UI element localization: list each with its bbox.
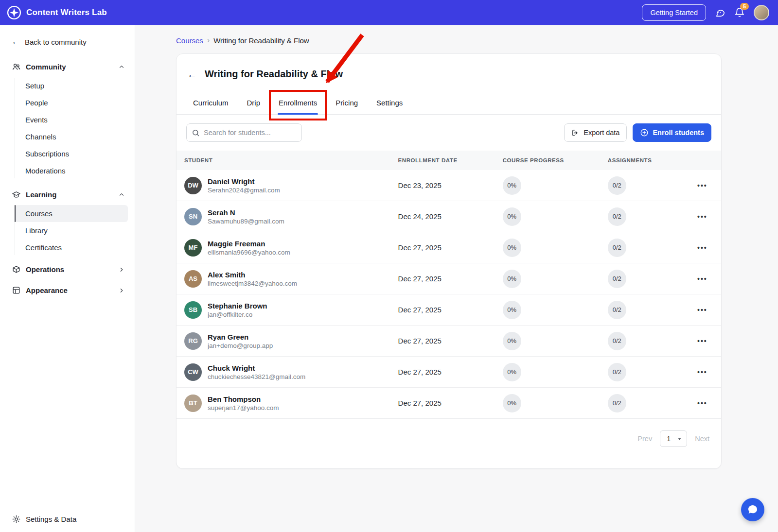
- course-progress-badge: 0%: [503, 239, 521, 257]
- sidebar-item-setup[interactable]: Setup: [0, 77, 128, 94]
- breadcrumb: Courses › Writing for Readability & Flow: [176, 32, 722, 53]
- chevron-right-icon: [118, 287, 125, 294]
- export-data-button[interactable]: Export data: [564, 123, 627, 142]
- row-menu-button[interactable]: •••: [694, 211, 710, 223]
- enrollment-date: Dec 27, 2025: [397, 275, 502, 283]
- course-progress-badge: 0%: [503, 363, 521, 381]
- table-row: SN Serah N Sawamuhu89@gmail.com Dec 24, …: [177, 201, 721, 232]
- enrollments-table: STUDENT ENROLLMENT DATE COURSE PROGRESS …: [177, 151, 721, 419]
- tab-enrollments[interactable]: Enrollments: [278, 91, 318, 114]
- breadcrumb-courses-link[interactable]: Courses: [176, 36, 203, 45]
- sidebar-item-certificates[interactable]: Certificates: [0, 239, 128, 256]
- sidebar-item-channels[interactable]: Channels: [0, 128, 128, 145]
- student-name: Daniel Wright: [208, 177, 280, 186]
- course-back-button[interactable]: ←: [187, 69, 197, 79]
- support-chat-button[interactable]: [741, 498, 764, 521]
- student-email: superjan17@yahoo.com: [208, 404, 279, 412]
- breadcrumb-separator-icon: ›: [207, 36, 210, 45]
- table-row: DW Daniel Wright Serahn2024@gmail.com De…: [177, 170, 721, 201]
- student-name: Ryan Green: [208, 333, 273, 341]
- back-arrow-icon: ←: [12, 37, 20, 47]
- student-avatar: MF: [184, 239, 202, 257]
- student-avatar: SN: [184, 208, 202, 225]
- caret-down-icon: [677, 436, 682, 442]
- sidebar-section-learning[interactable]: Learning: [0, 184, 135, 205]
- tab-drip[interactable]: Drip: [246, 91, 262, 114]
- student-email: jan+demo@group.app: [208, 342, 273, 349]
- tab-curriculum[interactable]: Curriculum: [192, 91, 230, 114]
- sidebar-item-subscriptions[interactable]: Subscriptions: [0, 145, 128, 162]
- row-menu-button[interactable]: •••: [694, 180, 710, 191]
- row-menu-button[interactable]: •••: [694, 304, 710, 316]
- table-row: BT Ben Thompson superjan17@yahoo.com Dec…: [177, 388, 721, 419]
- appearance-icon: [12, 286, 21, 295]
- tab-settings[interactable]: Settings: [375, 91, 404, 114]
- chevron-up-icon: [118, 64, 125, 70]
- tab-pricing[interactable]: Pricing: [335, 91, 359, 114]
- sidebar-item-events[interactable]: Events: [0, 111, 128, 128]
- getting-started-button[interactable]: Getting Started: [642, 4, 706, 21]
- notifications-bell-icon[interactable]: 5: [734, 7, 745, 18]
- row-menu-button[interactable]: •••: [694, 366, 710, 378]
- student-email: chuckiechesse43821@gmail.com: [208, 373, 305, 380]
- course-card: ← Writing for Readability & Flow Curricu…: [176, 53, 722, 469]
- student-email: Serahn2024@gmail.com: [208, 187, 280, 194]
- student-avatar-initials: RG: [188, 337, 198, 344]
- settings-and-data-link[interactable]: Settings & Data: [0, 506, 135, 532]
- student-email: limesweetjm3842@yahoo.com: [208, 280, 297, 287]
- page-select[interactable]: 1: [660, 430, 687, 447]
- student-name: Stephanie Brown: [208, 302, 267, 310]
- assignments-badge: 0/2: [608, 239, 626, 257]
- sidebar-section-community[interactable]: Community: [0, 56, 135, 77]
- row-menu-button[interactable]: •••: [694, 242, 710, 254]
- app-logo-icon[interactable]: [7, 5, 21, 20]
- next-page-button[interactable]: Next: [695, 435, 709, 443]
- chevron-up-icon: [118, 191, 125, 198]
- assignments-badge: 0/2: [608, 176, 626, 195]
- row-menu-button[interactable]: •••: [694, 273, 710, 285]
- back-to-community-link[interactable]: ← Back to community: [0, 29, 135, 54]
- enroll-students-button[interactable]: Enroll students: [633, 123, 711, 142]
- course-progress-badge: 0%: [503, 176, 521, 195]
- student-email: Sawamuhu89@gmail.com: [208, 218, 284, 225]
- sidebar-item-library[interactable]: Library: [0, 222, 128, 239]
- column-header-course-progress: COURSE PROGRESS: [502, 157, 607, 163]
- prev-page-button[interactable]: Prev: [637, 435, 652, 443]
- sidebar-item-courses[interactable]: Courses: [15, 205, 128, 222]
- table-row: SB Stephanie Brown jan@offkilter.co Dec …: [177, 294, 721, 326]
- student-search: [186, 123, 302, 142]
- student-avatar-initials: MF: [189, 244, 198, 251]
- chat-bubble-icon: [747, 504, 759, 515]
- current-page-number: 1: [667, 435, 671, 443]
- sidebar-item-moderations[interactable]: Moderations: [0, 162, 128, 179]
- student-name: Maggie Freeman: [208, 240, 290, 248]
- sidebar-item-people[interactable]: People: [0, 94, 128, 111]
- breadcrumb-current: Writing for Readability & Flow: [213, 36, 309, 45]
- student-name: Chuck Wright: [208, 364, 305, 372]
- student-avatar: BT: [184, 395, 202, 412]
- sidebar-section-operations[interactable]: Operations: [0, 259, 135, 280]
- user-avatar[interactable]: [754, 5, 769, 20]
- operations-section-label: Operations: [26, 265, 64, 274]
- sidebar-section-appearance[interactable]: Appearance: [0, 280, 135, 301]
- community-section-label: Community: [26, 63, 66, 71]
- enrollment-date: Dec 27, 2025: [397, 337, 502, 345]
- row-menu-button[interactable]: •••: [694, 335, 710, 347]
- student-name: Ben Thompson: [208, 395, 279, 403]
- enrollment-date: Dec 27, 2025: [397, 306, 502, 314]
- messages-icon[interactable]: [715, 7, 725, 18]
- assignments-badge: 0/2: [608, 363, 626, 381]
- student-name: Serah N: [208, 208, 284, 217]
- learning-section-label: Learning: [26, 190, 56, 199]
- table-row: RG Ryan Green jan+demo@group.app Dec 27,…: [177, 326, 721, 357]
- notification-badge: 5: [740, 3, 749, 10]
- student-avatar-initials: AS: [189, 275, 197, 282]
- student-avatar: CW: [184, 363, 202, 381]
- column-header-enrollment-date: ENROLLMENT DATE: [397, 157, 502, 163]
- student-avatar: SB: [184, 301, 202, 319]
- student-email: ellismania9696@yahoo.com: [208, 249, 290, 256]
- row-menu-button[interactable]: •••: [694, 397, 710, 409]
- enrollment-date: Dec 27, 2025: [397, 243, 502, 252]
- student-search-input[interactable]: [204, 129, 297, 137]
- enrollment-date: Dec 24, 2025: [397, 212, 502, 221]
